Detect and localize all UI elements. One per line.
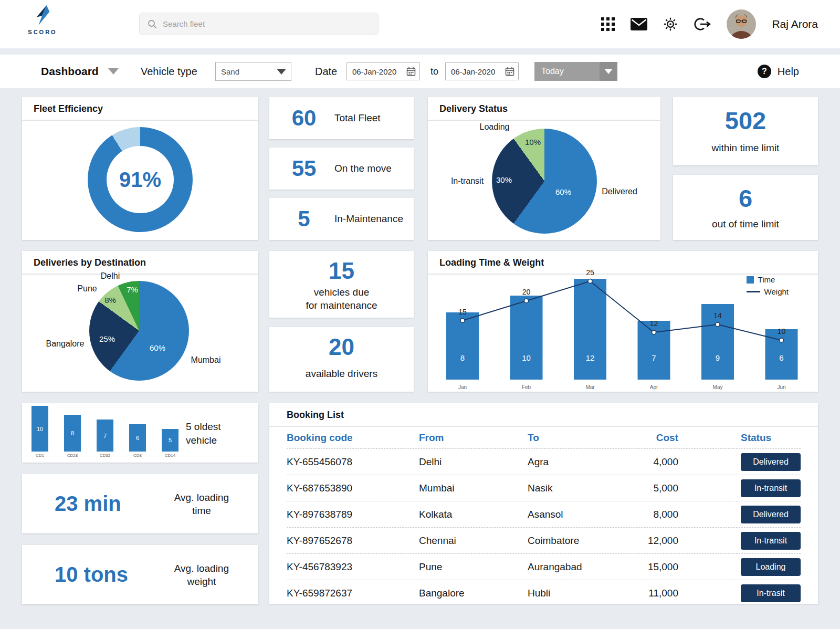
total-fleet-card: 60 Total Fleet [269, 97, 414, 139]
topbar: SCORO [0, 0, 840, 48]
oldest-vehicle-label-line2: vehicle [186, 434, 221, 447]
stat-label: On the move [334, 163, 392, 174]
table-cell: Pune [419, 561, 528, 573]
bar-value-label: 9 [716, 353, 720, 362]
slice-percent: 60% [150, 343, 165, 352]
mail-icon[interactable] [631, 18, 647, 30]
avatar[interactable] [727, 9, 756, 39]
column-header: Booking code [287, 432, 419, 444]
table-cell: In-trasit [678, 584, 801, 602]
table-row[interactable]: KY-655456078DelhiAgra4,000Delivered [287, 449, 801, 475]
time-bar [510, 296, 543, 380]
status-badge[interactable]: Delivered [741, 453, 801, 471]
apps-grid-icon[interactable] [601, 17, 615, 31]
stat-value: 15 [269, 251, 414, 282]
booking-list-card: Booking List Booking code From To Cost S… [269, 403, 818, 604]
table-cell: KY-659872637 [287, 588, 419, 599]
table-row[interactable]: KY-659872637BangaloreHubli11,000In-trasi… [287, 580, 801, 606]
legend-item-weight: Weight [747, 287, 789, 296]
table-row[interactable]: KY-456783923PuneAurangabad15,000Loading [287, 554, 801, 580]
donut-center-label: 91% [119, 168, 161, 192]
settings-gear-icon[interactable] [663, 17, 678, 32]
booking-table-header: Booking code From To Cost Status [287, 427, 801, 449]
available-drivers-card: 20 available drivers [269, 327, 414, 392]
line-value-label: 10 [778, 327, 786, 336]
stat-label-line2: weight [174, 575, 229, 588]
slice-percent: 60% [555, 187, 571, 196]
brand-name: SCORO [24, 29, 61, 35]
fleet-efficiency-donut: 91% [88, 127, 193, 232]
column-header: To [528, 432, 622, 444]
stat-value: 20 [269, 327, 414, 359]
stat-value: 502 [673, 97, 818, 133]
date-from-field[interactable] [346, 62, 420, 80]
logout-icon[interactable] [694, 17, 711, 32]
stat-label: available drivers [269, 367, 414, 380]
brand-logo[interactable]: SCORO [24, 4, 61, 35]
stat-value: 5 [285, 206, 323, 232]
line-value-label: 25 [586, 268, 594, 277]
deliveries-by-destination-card: Deliveries by Destination Delhi Pune Ban… [22, 251, 258, 392]
status-badge[interactable]: Delivered [741, 506, 801, 523]
fleet-efficiency-card: Fleet Efficiency 91% [22, 97, 258, 240]
bar: 8 [64, 415, 81, 452]
view-selector[interactable]: Dashboard [41, 65, 119, 78]
bar-category-label: May [713, 384, 723, 390]
search-input[interactable] [163, 19, 352, 28]
bar-group: 6CD8 [129, 424, 146, 458]
table-cell: 12,000 [622, 535, 678, 547]
table-cell: KY-687653890 [287, 483, 419, 494]
slice-label: In-transit [451, 176, 484, 186]
bar: 7 [97, 420, 113, 452]
date-to-input[interactable] [451, 67, 499, 76]
stat-label-line2: for maintenance [269, 299, 414, 312]
search-box[interactable] [139, 13, 379, 35]
legend-weight-swatch [747, 291, 760, 292]
slice-label: Delhi [101, 271, 120, 281]
stat-label: within time limit [673, 141, 818, 154]
stat-label: vehicles due for maintenance [269, 286, 414, 312]
bar-value-label: 8 [460, 353, 465, 362]
date-from-input[interactable] [352, 67, 401, 76]
bar-group: 8CD28 [64, 415, 81, 458]
slice-percent: 7% [127, 285, 138, 294]
status-badge[interactable]: In-transit [741, 479, 801, 497]
date-label: Date [315, 66, 337, 78]
avg-loading-time-card: 23 min Avg. loading time [22, 474, 258, 533]
stat-value: 55 [285, 156, 323, 181]
bar-value-label: 7 [103, 433, 107, 439]
table-cell: Agra [528, 456, 622, 468]
table-cell: Chennai [419, 535, 528, 547]
slice-percent: 25% [99, 334, 115, 343]
table-cell: 15,000 [622, 561, 678, 573]
status-badge[interactable]: In-transit [741, 532, 801, 550]
deliveries-by-destination-chart: Delhi Pune Bangalore Mumbai 7% 8% 25% 60… [22, 251, 258, 392]
table-cell: KY-655456078 [287, 456, 419, 468]
stat-label-line1: vehicles due [269, 286, 414, 299]
bar-value-label: 6 [136, 435, 139, 441]
status-badge[interactable]: In-trasit [741, 584, 801, 602]
slice-label: Bangalore [46, 339, 85, 349]
table-cell: Bangalore [419, 588, 528, 599]
bar-category-label: Jan [458, 384, 467, 390]
table-row[interactable]: KY-687653890MumbaiNasik5,000In-transit [287, 475, 801, 501]
vehicle-type-select[interactable]: Sand [215, 62, 291, 81]
table-row[interactable]: KY-897652678ChennaiCoimbatore12,000In-tr… [287, 528, 801, 554]
table-cell: 4,000 [622, 456, 678, 468]
status-badge[interactable]: Loading [741, 558, 801, 576]
time-bar [638, 321, 670, 380]
table-row[interactable]: KY-897638789KolkataAsansol8,000Delivered [287, 501, 801, 528]
legend-item-time: Time [747, 275, 789, 284]
table-cell: Delivered [678, 453, 801, 471]
date-to-field[interactable] [445, 62, 519, 80]
bar: 10 [32, 406, 48, 452]
chevron-down-icon [277, 69, 286, 75]
help-button[interactable]: ? Help [758, 65, 799, 78]
delivery-status-chart: Loading In-transit Delivered 10% 30% 60% [428, 97, 660, 240]
bar-group: 5CD14 [162, 429, 178, 458]
line-marker [524, 299, 529, 303]
time-bar [574, 279, 606, 380]
date-preset-select[interactable]: Today [534, 62, 617, 81]
oldest-vehicle-label-line1: 5 oldest [186, 420, 221, 434]
stat-label-line2: time [174, 504, 229, 517]
